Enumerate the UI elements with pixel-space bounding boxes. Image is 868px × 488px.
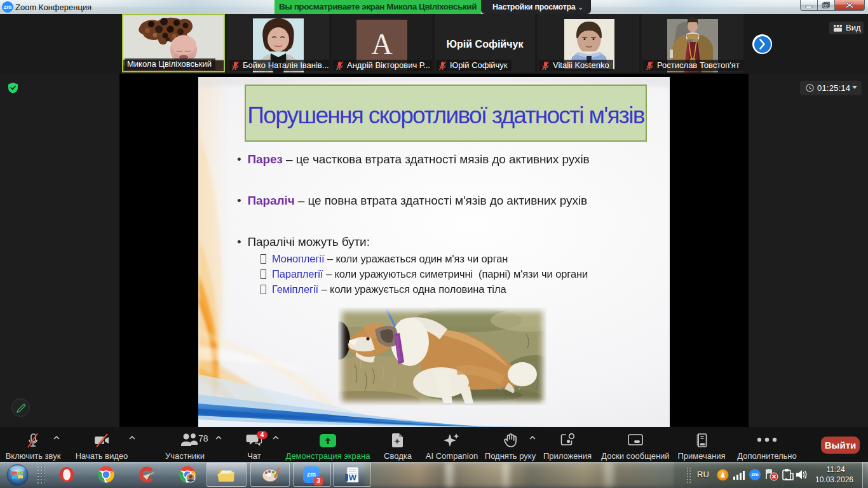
svg-text:W: W xyxy=(349,473,357,482)
